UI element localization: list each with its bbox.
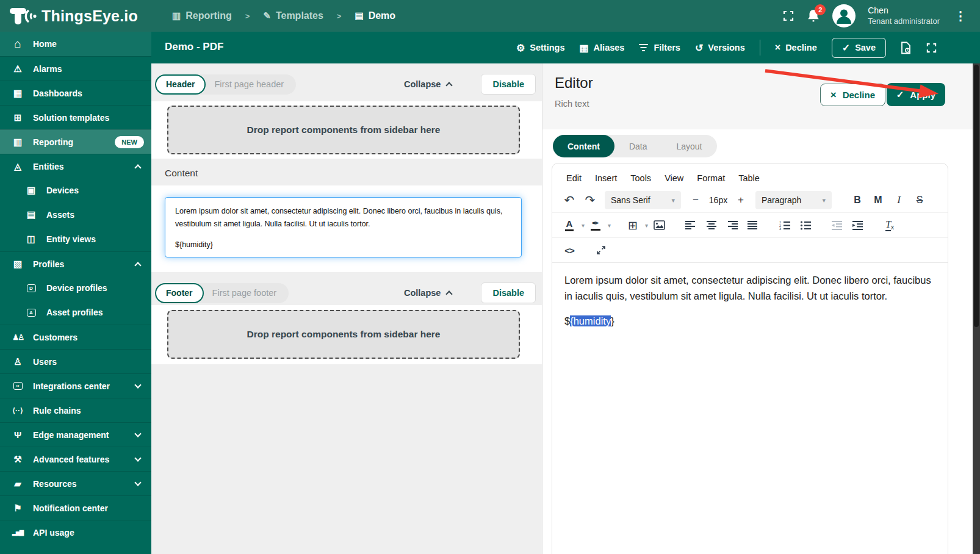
aliases-icon: ▦: [579, 42, 588, 54]
align-right-button[interactable]: [722, 216, 742, 234]
versions-button[interactable]: ↺ Versions: [695, 42, 745, 54]
tab-data[interactable]: Data: [614, 135, 662, 157]
sidebar-item-devices[interactable]: ▣Devices: [0, 178, 151, 203]
template-icon: ✎: [263, 10, 271, 21]
more-menu-icon[interactable]: ⋮: [952, 9, 969, 23]
sidebar-item-rule-chains[interactable]: ⟨··⟩Rule chains: [0, 398, 151, 422]
block-format-select[interactable]: Paragraph ▾: [755, 191, 832, 209]
menu-tools[interactable]: Tools: [625, 171, 657, 185]
fullscreen-editor-button[interactable]: [591, 241, 611, 259]
highlight-color-button[interactable]: ✒: [586, 216, 605, 234]
header-disable-button[interactable]: Disable: [481, 74, 536, 95]
strikethrough-button[interactable]: S: [910, 191, 929, 209]
chevron-down-icon[interactable]: ▾: [608, 222, 611, 229]
footer-collapse-button[interactable]: Collapse: [404, 288, 452, 298]
sidebar-item-integrations-center[interactable]: ‹›Integrations center: [0, 373, 151, 398]
ordered-list-button[interactable]: 123: [775, 216, 794, 234]
source-code-button[interactable]: <>: [560, 241, 579, 259]
breadcrumb-templates[interactable]: ✎ Templates: [263, 10, 323, 21]
italic-button[interactable]: I: [889, 191, 909, 209]
clear-formatting-button[interactable]: Tx: [880, 216, 899, 234]
editor-content-area[interactable]: Lorem ipsum dolor sit amet, consectetur …: [552, 263, 948, 338]
sidebar-item-api-usage[interactable]: ▂▅▇API usage: [0, 520, 151, 544]
editor-title: Editor: [555, 74, 593, 92]
page-toolbar: Demo - PDF ⚙ Settings ▦ Aliases Filters …: [151, 32, 980, 63]
chevron-down-icon: [134, 430, 141, 437]
sidebar-item-assets[interactable]: ▤Assets: [0, 203, 151, 227]
redo-icon[interactable]: ↷: [580, 191, 600, 209]
app-logo[interactable]: ThingsEye.io: [9, 5, 138, 27]
decline-button[interactable]: × Decline: [775, 42, 817, 53]
footer-dropzone[interactable]: Drop report components from sidebar here: [167, 310, 520, 359]
scrollbar-thumb[interactable]: [974, 65, 979, 327]
align-justify-button[interactable]: [743, 216, 763, 234]
sidebar-item-reporting[interactable]: ▥ReportingNEW: [0, 129, 151, 154]
aliases-button[interactable]: ▦ Aliases: [579, 42, 624, 54]
bullet-list-button[interactable]: [796, 216, 815, 234]
user-role: Tenant administrator: [868, 16, 940, 26]
sidebar-item-notification-center[interactable]: ⚑Notification center: [0, 495, 151, 520]
insert-image-button[interactable]: [649, 216, 669, 234]
breadcrumb-demo[interactable]: ▤ Demo: [355, 10, 395, 21]
sidebar-item-resources[interactable]: ▰Resources: [0, 471, 151, 495]
outdent-button[interactable]: [827, 216, 847, 234]
sidebar-item-home[interactable]: ⌂Home: [0, 32, 151, 56]
generate-report-button[interactable]: [901, 41, 911, 54]
bold-button[interactable]: B: [848, 191, 867, 209]
sidebar-item-solution-templates[interactable]: ⊞Solution templates: [0, 105, 151, 129]
save-button[interactable]: ✓ Save: [832, 38, 886, 58]
editor-subtitle: Rich text: [555, 99, 589, 109]
indent-button[interactable]: [848, 216, 868, 234]
header-chip[interactable]: Header: [155, 74, 206, 95]
chevron-down-icon[interactable]: ▾: [645, 222, 648, 229]
footer-chip[interactable]: Footer: [155, 283, 204, 303]
decrease-font-icon[interactable]: −: [686, 191, 705, 209]
filters-button[interactable]: Filters: [639, 43, 680, 52]
footer-disable-button[interactable]: Disable: [481, 282, 536, 303]
menu-table[interactable]: Table: [733, 171, 765, 185]
header-collapse-button[interactable]: Collapse: [404, 79, 452, 89]
svg-text:3: 3: [779, 227, 781, 230]
avatar[interactable]: [832, 4, 856, 27]
fullscreen-icon[interactable]: [782, 10, 794, 22]
check-icon: ✓: [896, 89, 904, 100]
sidebar-item-asset-profiles[interactable]: AAsset profiles: [0, 300, 151, 325]
align-center-button[interactable]: [702, 216, 721, 234]
expand-panel-icon[interactable]: [926, 42, 937, 54]
breadcrumb-reporting[interactable]: ▥ Reporting: [172, 10, 232, 21]
text-color-button[interactable]: A: [560, 216, 579, 234]
sidebar-item-entity-views[interactable]: ◫Entity views: [0, 227, 151, 251]
top-app-bar: ThingsEye.io ▥ Reporting > ✎ Templates >…: [0, 0, 980, 32]
richtext-component-selected[interactable]: Lorem ipsum dolor sit amet, consectetur …: [165, 197, 522, 257]
tab-content[interactable]: Content: [553, 135, 614, 157]
align-left-button[interactable]: [681, 216, 701, 234]
menu-format[interactable]: Format: [691, 171, 730, 185]
insert-table-button[interactable]: ⊞: [623, 216, 643, 234]
sidebar-item-device-profiles[interactable]: DDevice profiles: [0, 276, 151, 300]
editor-apply-button[interactable]: ✓ Apply: [887, 83, 945, 106]
undo-icon[interactable]: ↶: [560, 191, 579, 209]
sidebar-item-dashboards[interactable]: ▦Dashboards: [0, 81, 151, 105]
sidebar-item-alarms[interactable]: ⚠Alarms: [0, 56, 151, 81]
chevron-down-icon[interactable]: ▾: [582, 222, 585, 229]
vertical-scrollbar[interactable]: [973, 63, 980, 554]
merge-tag-button[interactable]: M: [868, 191, 888, 209]
menu-edit[interactable]: Edit: [561, 171, 587, 185]
font-family-select[interactable]: Sans Serif ▾: [605, 191, 681, 209]
sidebar-item-profiles[interactable]: ▧Profiles: [0, 251, 151, 276]
sidebar-item-entities[interactable]: ◬Entities: [0, 154, 151, 178]
sidebar-item-advanced-features[interactable]: ⚒Advanced features: [0, 447, 151, 471]
user-info[interactable]: Chen Tenant administrator: [868, 5, 940, 26]
sidebar-item-customers[interactable]: ♟♙Customers: [0, 325, 151, 349]
menu-view[interactable]: View: [659, 171, 689, 185]
settings-button[interactable]: ⚙ Settings: [516, 42, 565, 54]
sidebar-item-users[interactable]: ♙Users: [0, 349, 151, 373]
editor-decline-button[interactable]: × Decline: [820, 84, 885, 106]
increase-font-icon[interactable]: +: [731, 191, 751, 209]
notifications-bell[interactable]: 2: [807, 9, 820, 23]
header-dropzone[interactable]: Drop report components from sidebar here: [167, 106, 520, 154]
menu-insert[interactable]: Insert: [589, 171, 622, 185]
sidebar-item-edge-management[interactable]: ΨEdge management: [0, 422, 151, 447]
selected-text: {humidity: [570, 315, 611, 326]
tab-layout[interactable]: Layout: [661, 135, 716, 157]
